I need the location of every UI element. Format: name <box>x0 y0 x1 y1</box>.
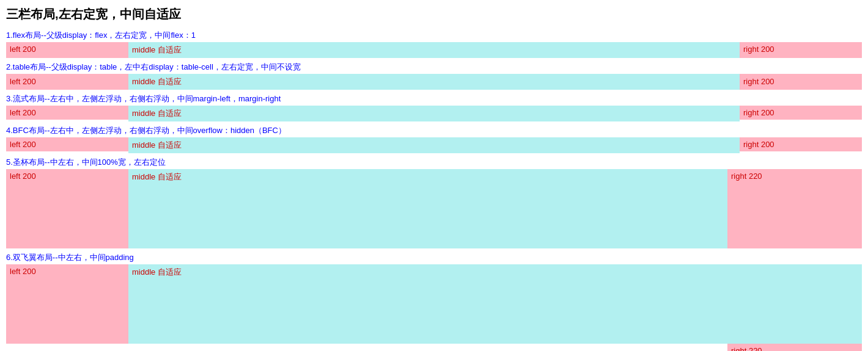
layout6-label: 6.双飞翼布局--中左右，中间padding <box>6 252 862 263</box>
layout2-label: 2.table布局--父级display：table，左中右display：ta… <box>6 62 862 73</box>
layout4-left: left 200 <box>6 137 128 151</box>
layout1-right: right 200 <box>740 42 862 58</box>
layout3-label: 3.流式布局--左右中，左侧左浮动，右侧右浮动，中间margin-left，ma… <box>6 93 862 104</box>
layout6-main: middle 自适应 <box>6 264 862 344</box>
layout3-middle: middle 自适应 <box>128 106 740 121</box>
layout5-right: right 220 <box>727 169 862 248</box>
layout6-left: left 200 <box>6 264 128 344</box>
layout5-container: left 200 middle 自适应 right 220 <box>6 169 862 248</box>
layout5-middle: middle 自适应 <box>128 169 727 248</box>
layout5-left: left 200 <box>6 169 128 248</box>
layout2-middle: middle 自适应 <box>128 74 740 90</box>
layout2-right: right 200 <box>740 74 862 90</box>
layout3-container: left 200 right 200 middle 自适应 <box>6 106 862 121</box>
layout2-container: left 200 middle 自适应 right 200 <box>6 74 862 90</box>
layout4-right: right 200 <box>740 137 862 151</box>
layout2-left: left 200 <box>6 74 128 90</box>
layout6-middle: middle 自适应 <box>128 264 727 280</box>
layout1-label: 1.flex布局--父级display：flex，左右定宽，中间flex：1 <box>6 30 862 41</box>
layout6-container: middle 自适应 left 200 right 220 <box>6 264 862 351</box>
layout3-right: right 200 <box>740 106 862 120</box>
layout1-left: left 200 <box>6 42 128 58</box>
layout1-container: left 200 middle 自适应 right 200 <box>6 42 862 58</box>
layout1-middle: middle 自适应 <box>128 42 740 58</box>
layout6-right: right 220 <box>727 344 862 351</box>
layout4-container: left 200 right 200 middle 自适应 <box>6 137 862 153</box>
page-title: 三栏布局,左右定宽，中间自适应 <box>6 6 862 23</box>
layout5-label: 5.圣杯布局--中左右，中间100%宽，左右定位 <box>6 157 862 168</box>
layout4-label: 4.BFC布局--左右中，左侧左浮动，右侧右浮动，中间overflow：hidd… <box>6 125 862 136</box>
layout4-middle: middle 自适应 <box>128 137 740 153</box>
layout3-left: left 200 <box>6 106 128 120</box>
